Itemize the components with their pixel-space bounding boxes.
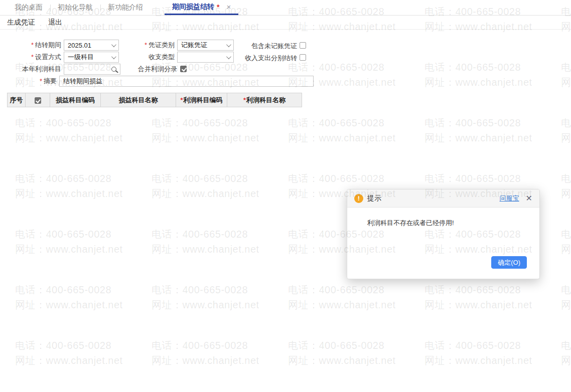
watermark-website: 网址：www.chanjet.net <box>561 243 571 256</box>
watermark-phone: 电话：400-665-0028 <box>561 283 571 297</box>
watermark-phone: 电话：400-665-0028 <box>424 283 521 297</box>
required-marker: * <box>243 96 246 104</box>
tab-init-navigation[interactable]: 初始化导航 <box>50 0 100 15</box>
select-all-checkbox[interactable] <box>35 97 41 104</box>
tab-close-icon[interactable]: × <box>226 3 231 11</box>
summary-label: 摘要 <box>0 76 57 87</box>
watermark-website: 网址：www.chanjet.net <box>15 243 123 256</box>
include-unposted-checkbox[interactable] <box>300 42 306 49</box>
help-link[interactable]: 问服宝 <box>500 194 519 203</box>
period-value: 2025.01 <box>68 42 91 49</box>
watermark-website: 网址：www.chanjet.net <box>561 298 571 312</box>
loss-name-header: 损益科目名称 <box>101 93 176 107</box>
profit-account-input[interactable] <box>64 64 120 75</box>
tab-label: 初始化导航 <box>58 3 93 12</box>
accounts-table: 序号 损益科目编码 损益科目名称 *利润科目编码 *利润科目名称 <box>7 93 302 107</box>
watermark-website: 网址：www.chanjet.net <box>152 187 259 201</box>
seq-header: 序号 <box>8 93 26 107</box>
warning-icon: ! <box>354 194 363 203</box>
watermark-website: 网址：www.chanjet.net <box>561 76 571 89</box>
watermark-website: 网址：www.chanjet.net <box>152 298 259 312</box>
watermark-phone: 电话：400-665-0028 <box>152 339 248 352</box>
watermark-phone: 电话：400-665-0028 <box>152 228 248 241</box>
setting-mode-label: 设置方式 <box>0 52 61 63</box>
tab-new-features[interactable]: 新功能介绍 <box>100 0 151 15</box>
watermark-phone: 电话：400-665-0028 <box>424 116 521 130</box>
exit-button[interactable]: 退出 <box>48 18 62 27</box>
watermark-website: 网址：www.chanjet.net <box>424 131 532 145</box>
watermark-website: 网址：www.chanjet.net <box>561 187 571 201</box>
profit-name-header: *利润科目名称 <box>227 93 302 107</box>
watermark-phone: 电话：400-665-0028 <box>424 339 521 352</box>
separate-transfer-label: 收入支出分别结转 <box>211 53 297 64</box>
watermark-phone: 电话：400-665-0028 <box>152 172 248 185</box>
voucher-type-value: 记账凭证 <box>181 41 207 50</box>
watermark-phone: 电话：400-665-0028 <box>561 116 571 130</box>
watermark-phone: 电话：400-665-0028 <box>288 339 384 352</box>
period-label: 结转期间 <box>0 40 61 51</box>
required-marker: * <box>180 96 183 104</box>
message-dialog: ! 提示 问服宝 ✕ 利润科目不存在或者已经停用! 确定(O) <box>347 189 540 279</box>
summary-value: 结转期间损益 <box>63 77 102 86</box>
watermark-phone: 电话：400-665-0028 <box>152 116 248 130</box>
watermark-phone: 电话：400-665-0028 <box>561 172 571 185</box>
watermark-website: 网址：www.chanjet.net <box>15 298 123 312</box>
watermark-website: 网址：www.chanjet.net <box>424 354 532 367</box>
watermark-phone: 电话：400-665-0028 <box>424 172 521 185</box>
watermark-phone: 电话：400-665-0028 <box>561 228 571 241</box>
separate-transfer-checkbox[interactable] <box>300 54 306 61</box>
watermark-website: 网址：www.chanjet.net <box>15 187 123 201</box>
profit-account-label: 本年利润科目 <box>0 64 61 75</box>
dialog-header: ! 提示 问服宝 ✕ <box>347 189 539 208</box>
watermark-website: 网址：www.chanjet.net <box>424 76 532 89</box>
generate-voucher-button[interactable]: 生成凭证 <box>7 18 35 27</box>
setting-mode-select[interactable]: 一级科目 <box>64 52 119 63</box>
watermark-phone: 电话：400-665-0028 <box>15 172 111 185</box>
tab-modified-marker: * <box>217 3 219 11</box>
period-select[interactable]: 2025.01 <box>64 40 119 51</box>
tab-bar: 我的桌面 初始化导航 新功能介绍 期间损益结转 * × <box>0 0 571 16</box>
watermark-phone: 电话：400-665-0028 <box>561 339 571 352</box>
tab-label: 新功能介绍 <box>108 3 143 12</box>
watermark-phone: 电话：400-665-0028 <box>15 228 111 241</box>
dialog-message: 利润科目不存在或者已经停用! <box>347 208 539 228</box>
watermark-website: 网址：www.chanjet.net <box>561 354 571 367</box>
watermark-website: 网址：www.chanjet.net <box>152 354 259 367</box>
watermark-website: 网址：www.chanjet.net <box>152 131 259 145</box>
watermark-website: 网址：www.chanjet.net <box>561 131 571 145</box>
watermark-phone: 电话：400-665-0028 <box>15 283 111 297</box>
watermark-phone: 电话：400-665-0028 <box>288 172 384 185</box>
tab-my-desktop[interactable]: 我的桌面 <box>7 0 50 15</box>
watermark-phone: 电话：400-665-0028 <box>288 283 384 297</box>
tab-label: 期间损益结转 <box>172 3 214 12</box>
watermark-phone: 电话：400-665-0028 <box>152 283 248 297</box>
watermark-phone: 电话：400-665-0028 <box>424 61 521 74</box>
merge-entries-checkbox[interactable] <box>180 66 187 72</box>
include-unposted-label: 包含未记账凭证 <box>211 41 297 52</box>
setting-mode-value: 一级科目 <box>68 53 94 62</box>
watermark-phone: 电话：400-665-0028 <box>288 61 384 74</box>
tab-label: 我的桌面 <box>15 3 43 12</box>
dialog-title: 提示 <box>367 194 381 203</box>
ok-button[interactable]: 确定(O) <box>491 256 527 269</box>
watermark-website: 网址：www.chanjet.net <box>15 131 123 145</box>
watermark-website: 网址：www.chanjet.net <box>288 354 396 367</box>
merge-entries-label: 合并利润分录 <box>116 64 177 75</box>
app-window: 我的桌面 初始化导航 新功能介绍 期间损益结转 * × 生成凭证 退出 结转期间… <box>0 0 571 392</box>
watermark-phone: 电话：400-665-0028 <box>288 116 384 130</box>
watermark-phone: 电话：400-665-0028 <box>561 61 571 74</box>
toolbar: 生成凭证 退出 <box>0 16 571 30</box>
close-icon[interactable]: ✕ <box>526 194 532 203</box>
loss-code-header: 损益科目编码 <box>50 93 101 107</box>
profit-code-header: *利润科目编码 <box>176 93 227 107</box>
select-all-header <box>26 93 50 107</box>
watermark-phone: 电话：400-665-0028 <box>15 339 111 352</box>
income-expense-type-label: 收支类型 <box>113 52 175 63</box>
tab-period-pl-carryover[interactable]: 期间损益结转 * × <box>165 0 238 15</box>
summary-input[interactable]: 结转期间损益 <box>59 76 314 87</box>
watermark-website: 网址：www.chanjet.net <box>424 298 532 312</box>
voucher-type-label: 凭证类别 <box>113 40 175 51</box>
watermark-website: 网址：www.chanjet.net <box>15 354 123 367</box>
watermark-phone: 电话：400-665-0028 <box>15 116 111 130</box>
watermark-website: 网址：www.chanjet.net <box>288 298 396 312</box>
